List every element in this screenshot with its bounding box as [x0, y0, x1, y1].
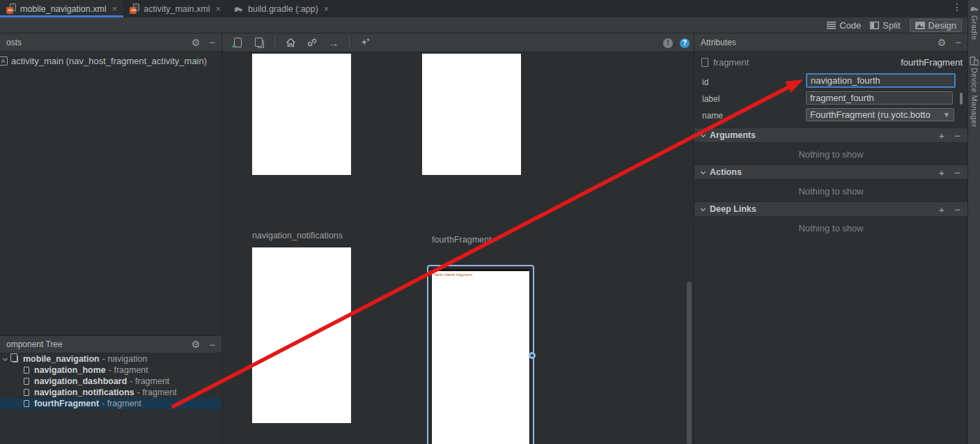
chevron-down-icon[interactable]	[3, 355, 8, 360]
close-tab-icon[interactable]: ×	[215, 3, 221, 14]
label-input[interactable]	[806, 91, 953, 105]
gear-icon[interactable]: ⚙	[938, 37, 947, 48]
tree-item-navigation-notifications[interactable]: navigation_notifications - fragment	[0, 387, 221, 398]
xml-file-icon: <>	[6, 3, 16, 14]
close-tab-icon[interactable]: ×	[324, 3, 329, 14]
canvas-vertical-scrollbar[interactable]	[687, 282, 692, 444]
nested-graph-button[interactable]	[253, 36, 265, 49]
tree-item-mobile-navigation[interactable]: mobile_navigation - navigation	[0, 353, 221, 365]
deep-links-empty-text: Nothing to show	[694, 223, 967, 234]
design-toolbar: + → ! ?	[222, 33, 694, 52]
action-arrow-button[interactable]: →	[327, 36, 340, 49]
fragment-preview-navigation-dashboard[interactable]	[422, 54, 521, 175]
remove-action-icon[interactable]: −	[954, 167, 960, 178]
attributes-scrollbar-thumb[interactable]	[960, 93, 963, 105]
add-action-icon[interactable]: +	[938, 167, 944, 178]
tab-mobile-navigation-xml[interactable]: <> mobile_navigation.xml ×	[0, 0, 123, 17]
fragment-preview-fourthfragment[interactable]: Hello blank fragment	[431, 269, 530, 444]
gear-icon[interactable]: ⚙	[192, 339, 201, 350]
component-type-label: fragment	[713, 57, 749, 68]
label-field-label: label	[702, 94, 720, 104]
fragment-icon	[24, 367, 29, 374]
component-tree-title: omponent Tree	[6, 339, 63, 349]
tab-label: build.gradle (:app)	[248, 4, 318, 14]
host-item-activity-main[interactable]: A activity_main (nav_host_fragment_activ…	[0, 56, 207, 66]
minimize-icon[interactable]: −	[955, 36, 961, 48]
device-manager-icon[interactable]	[970, 56, 979, 68]
help-icon[interactable]: ?	[680, 38, 690, 48]
chevron-down-icon	[701, 132, 706, 137]
minimize-icon[interactable]: −	[209, 36, 215, 48]
tab-label: mobile_navigation.xml	[20, 4, 107, 14]
fragment-icon	[24, 378, 29, 385]
remove-deep-link-icon[interactable]: −	[954, 204, 960, 215]
action-connection-handle[interactable]	[529, 352, 536, 359]
tool-window-device-manager[interactable]: Device Manager	[970, 68, 979, 128]
code-view-button[interactable]: Code	[827, 20, 861, 31]
actions-empty-text: Nothing to show	[694, 186, 967, 197]
chevron-down-icon	[701, 169, 706, 174]
arguments-empty-text: Nothing to show	[694, 149, 967, 160]
auto-arrange-button[interactable]	[359, 36, 371, 49]
fragment-preview-text: Hello blank fragment	[434, 273, 472, 277]
add-argument-icon[interactable]: +	[938, 130, 944, 141]
section-header-actions[interactable]: Actions + −	[694, 164, 967, 180]
name-dropdown-value: FourthFragment (ru.yotc.botto	[810, 109, 942, 120]
tab-build-gradle[interactable]: build.gradle (:app) ×	[227, 0, 335, 17]
id-field-label: id	[702, 77, 708, 87]
right-tool-window-bar: Gradle Device Manager	[967, 0, 980, 444]
fragment-preview-navigation-notifications[interactable]	[252, 247, 351, 423]
editor-mode-toolbar: Code Split Design	[0, 17, 967, 33]
tab-activity-main-xml[interactable]: <> activity_main.xml ×	[123, 0, 227, 17]
code-icon	[827, 22, 836, 29]
fragment-icon	[24, 400, 29, 407]
section-header-arguments[interactable]: Arguments + −	[694, 128, 967, 143]
attributes-panel-title: Attributes	[701, 38, 736, 47]
name-field-label: name	[702, 111, 723, 121]
more-options-icon[interactable]: ⋮	[952, 1, 962, 13]
design-view-button[interactable]: Design	[910, 19, 962, 32]
android-studio-window: <> mobile_navigation.xml × <> activity_m…	[0, 0, 980, 444]
tool-window-gradle[interactable]: Gradle	[970, 15, 979, 40]
chevron-down-icon	[701, 206, 706, 210]
editor-tab-bar: <> mobile_navigation.xml × <> activity_m…	[0, 0, 967, 17]
tree-item-fourthfragment[interactable]: fourthFragment - fragment	[0, 398, 221, 409]
navigation-graph-icon	[13, 355, 18, 362]
selected-fragment-fourthfragment[interactable]: Hello blank fragment	[427, 265, 534, 444]
fragment-preview-navigation-home[interactable]	[252, 54, 351, 175]
chevron-down-icon: ▼	[943, 111, 950, 118]
warnings-icon[interactable]: !	[663, 38, 673, 48]
navigation-canvas[interactable]: navigation_notifications fourthFragment …	[222, 52, 694, 444]
assign-start-destination-button[interactable]	[284, 36, 297, 49]
component-tree: mobile_navigation - navigation navigatio…	[0, 353, 221, 409]
remove-argument-icon[interactable]: −	[954, 130, 960, 141]
attributes-panel-header: Attributes ⚙ −	[694, 33, 967, 52]
left-panel: osts ⚙ − A activity_main (nav_host_fragm…	[0, 33, 222, 444]
component-type-row: fragment	[701, 57, 749, 68]
split-icon	[870, 22, 879, 29]
minimize-icon[interactable]: −	[209, 339, 215, 351]
attributes-panel: Attributes ⚙ − fragment fourthFragment i…	[694, 33, 967, 444]
new-destination-button[interactable]: +	[231, 36, 244, 49]
add-deep-link-icon[interactable]: +	[938, 204, 944, 215]
close-tab-icon[interactable]: ×	[112, 3, 118, 14]
fragment-icon	[24, 389, 29, 396]
id-input[interactable]	[806, 73, 956, 88]
toolbar-separator	[349, 37, 350, 48]
component-tree-header: omponent Tree ⚙ −	[0, 335, 221, 353]
gear-icon[interactable]: ⚙	[192, 37, 201, 48]
deep-link-button[interactable]	[306, 36, 318, 49]
xml-file-icon: <>	[130, 3, 139, 14]
fragment-label-notifications: navigation_notifications	[252, 231, 343, 240]
gradle-file-icon	[233, 5, 244, 13]
hosts-panel-title: osts	[6, 38, 22, 47]
tab-label: activity_main.xml	[143, 4, 210, 14]
tree-item-navigation-home[interactable]: navigation_home - fragment	[0, 365, 221, 376]
section-header-deep-links[interactable]: Deep Links + −	[694, 201, 967, 217]
gradle-icon[interactable]	[970, 3, 979, 15]
name-dropdown[interactable]: FourthFragment (ru.yotc.botto ▼	[806, 108, 954, 121]
split-view-button[interactable]: Split	[870, 20, 900, 31]
tree-item-navigation-dashboard[interactable]: navigation_dashboard - fragment	[0, 376, 221, 387]
activity-icon: A	[0, 56, 8, 66]
host-item-label: activity_main (nav_host_fragment_activit…	[11, 56, 207, 66]
